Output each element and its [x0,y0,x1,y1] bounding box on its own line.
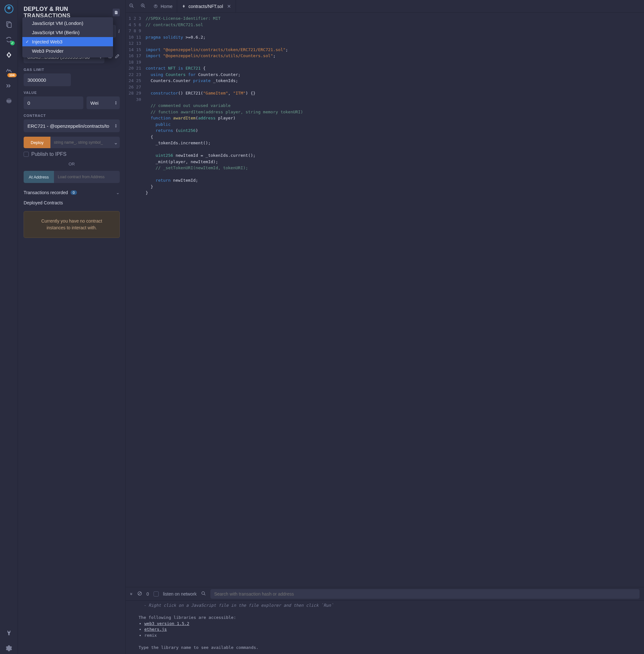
info-icon[interactable]: i [118,28,120,34]
listen-network-checkbox[interactable] [154,591,159,596]
terminal-toolbar: » 0 listen on network [126,587,644,601]
gas-input[interactable] [24,73,71,86]
plugin-icon[interactable] [3,95,15,107]
plug-icon[interactable] [3,627,15,639]
value-label: VALUE [24,91,120,94]
deploy-panel: DEPLOY & RUN TRANSACTIONS 🗎 Injected Web… [18,0,126,654]
svg-rect-2 [6,10,11,11]
home-icon [153,4,158,8]
or-divider: OR [24,162,120,166]
analyzer-icon[interactable]: 104 [3,65,15,76]
contract-label: CONTRACT [24,114,120,117]
svg-point-1 [7,6,10,9]
empty-contracts-message: Currently you have no contract instances… [24,211,120,238]
terminal-output[interactable]: - Right click on a JavaScript file in th… [126,601,644,654]
file-explorer-icon[interactable] [3,19,15,30]
expand-args-icon[interactable]: ⌄ [111,137,120,148]
edit-icon[interactable] [115,54,120,60]
deploy-run-icon[interactable] [3,49,15,61]
search-icon[interactable] [201,591,206,597]
deployed-contracts-title: Deployed Contracts [24,200,120,205]
transactions-recorded-label: Transactions recorded [24,190,68,195]
debugger-icon[interactable] [3,80,15,91]
transactions-recorded-row[interactable]: Transactions recorded 0 ⌄ [24,190,120,195]
close-tab-icon[interactable]: ✕ [227,3,231,9]
at-address-button[interactable]: At Address [24,171,54,183]
zoom-out-icon[interactable] [126,3,137,9]
tab-file[interactable]: contracts/NFT.sol ✕ [177,0,236,13]
tab-bar: Home contracts/NFT.sol ✕ [126,0,644,13]
env-option[interactable]: ✓Injected Web3 [22,37,113,46]
contract-select[interactable]: ERC721 - @openzeppelin/contracts/to ▲▼ [24,119,120,132]
svg-point-13 [202,591,205,594]
compiler-icon[interactable]: ✓ [3,34,15,45]
svg-point-11 [155,5,157,7]
contract-value: ERC721 - @openzeppelin/contracts/to [27,123,109,129]
value-input[interactable] [24,96,83,109]
gas-label: GAS LIMIT [24,68,120,71]
deploy-button[interactable]: Deploy [24,137,50,148]
value-unit: Wei [90,100,99,106]
code-editor[interactable]: 1 2 3 4 5 6 7 8 9 10 11 12 13 14 15 16 1… [126,13,644,587]
svg-rect-4 [8,23,11,27]
remix-logo-icon[interactable] [3,3,15,15]
environment-dropdown[interactable]: JavaScript VM (London)JavaScript VM (Ber… [22,17,113,58]
value-unit-select[interactable]: Wei ▲▼ [87,96,120,109]
env-option[interactable]: Web3 Provider [22,46,113,55]
settings-icon[interactable] [3,642,15,654]
main-area: Home contracts/NFT.sol ✕ 1 2 3 4 5 6 7 8… [126,0,644,654]
at-address-input[interactable] [54,171,120,183]
chevron-down-icon: ⌄ [116,190,120,195]
pending-tx-count: 0 [146,591,149,596]
tab-home[interactable]: Home [149,0,177,13]
terminal-search-input[interactable] [210,589,640,599]
listen-network-label: listen on network [163,591,197,596]
solidity-icon [182,4,186,8]
terminal: » 0 listen on network - Right click on a… [126,587,644,654]
collapse-terminal-icon[interactable]: » [129,593,134,595]
clear-terminal-icon[interactable] [137,591,142,597]
zoom-in-icon[interactable] [137,3,149,9]
transactions-count-badge: 0 [71,190,77,195]
tab-file-label: contracts/NFT.sol [188,4,223,9]
icon-sidebar: ✓ 104 [0,0,18,654]
tab-home-label: Home [161,4,172,9]
publish-ipfs-label: Publish to IPFS [31,151,66,157]
code-content[interactable]: //SPDX-License-Identifier: MIT // contra… [145,13,644,587]
publish-ipfs-checkbox[interactable] [24,152,29,157]
env-option[interactable]: JavaScript VM (London) [22,19,113,28]
env-option[interactable]: JavaScript VM (Berlin) [22,28,113,37]
doc-icon[interactable]: 🗎 [113,8,120,16]
line-gutter: 1 2 3 4 5 6 7 8 9 10 11 12 13 14 15 16 1… [126,13,145,587]
deploy-args-input[interactable] [50,137,111,148]
